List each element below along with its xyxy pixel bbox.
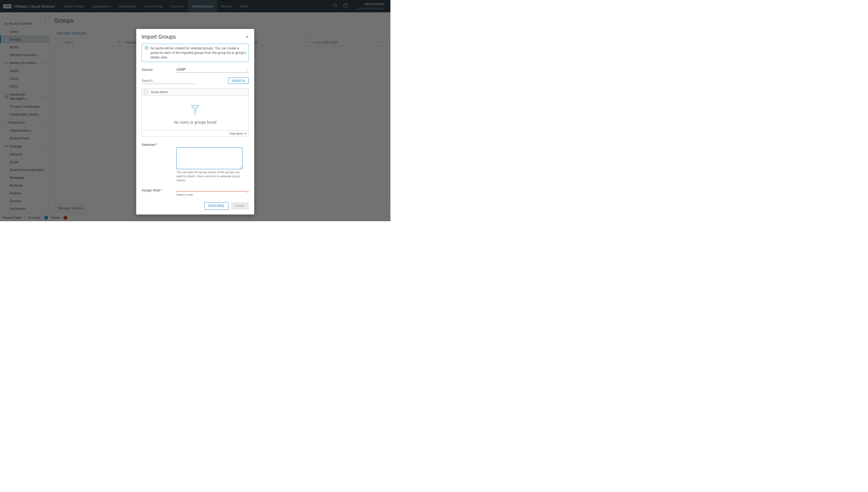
import-groups-dialog: Import Groups ✕ No quota will be created… <box>136 29 254 215</box>
source-value: LDAP <box>176 66 249 73</box>
group-search-grid: Group Name No users or groups found Tota… <box>142 88 249 137</box>
filter-funnel-icon <box>191 104 200 117</box>
empty-message: No users or groups found <box>174 120 216 124</box>
info-text: No quota will be created for selected gr… <box>150 46 246 59</box>
save-button[interactable]: SAVE <box>231 202 249 210</box>
search-input[interactable] <box>142 77 195 84</box>
info-icon <box>145 46 148 59</box>
close-icon[interactable]: ✕ <box>245 34 249 40</box>
assign-role-field: Assign Role* ⌄ <box>142 188 249 192</box>
assign-role-label: Assign Role* <box>142 188 176 192</box>
dialog-body: No quota will be created for selected gr… <box>136 42 254 201</box>
selected-field: Selected* <box>142 143 249 147</box>
modal-overlay: Import Groups ✕ No quota will be created… <box>0 0 391 221</box>
info-banner: No quota will be created for selected gr… <box>142 44 249 62</box>
group-name-column: Group Name <box>151 90 168 94</box>
group-grid-header: Group Name <box>142 89 249 95</box>
group-grid-footer: Total items: 0 <box>142 130 249 137</box>
source-field: Source LDAP ⌄ <box>142 66 249 73</box>
source-select[interactable]: LDAP ⌄ <box>176 66 249 73</box>
source-label: Source <box>142 68 176 72</box>
dialog-title: Import Groups <box>142 34 176 40</box>
search-row: SEARCH <box>142 77 249 84</box>
assign-role-select[interactable]: ⌄ <box>176 189 249 192</box>
selected-label: Selected* <box>142 143 176 147</box>
select-all-checkbox[interactable] <box>144 90 147 94</box>
discard-button[interactable]: DISCARD <box>204 202 228 210</box>
group-grid-empty: No users or groups found <box>142 95 249 130</box>
dialog-footer: DISCARD SAVE <box>136 201 254 215</box>
assign-role-helper: Select a role <box>176 193 249 196</box>
selected-helper-text: You can type the group names of the grou… <box>176 170 243 182</box>
dialog-header: Import Groups ✕ <box>136 29 254 42</box>
selected-textarea[interactable] <box>176 147 242 169</box>
chevron-down-icon: ⌄ <box>246 190 248 193</box>
search-button[interactable]: SEARCH <box>228 77 249 84</box>
